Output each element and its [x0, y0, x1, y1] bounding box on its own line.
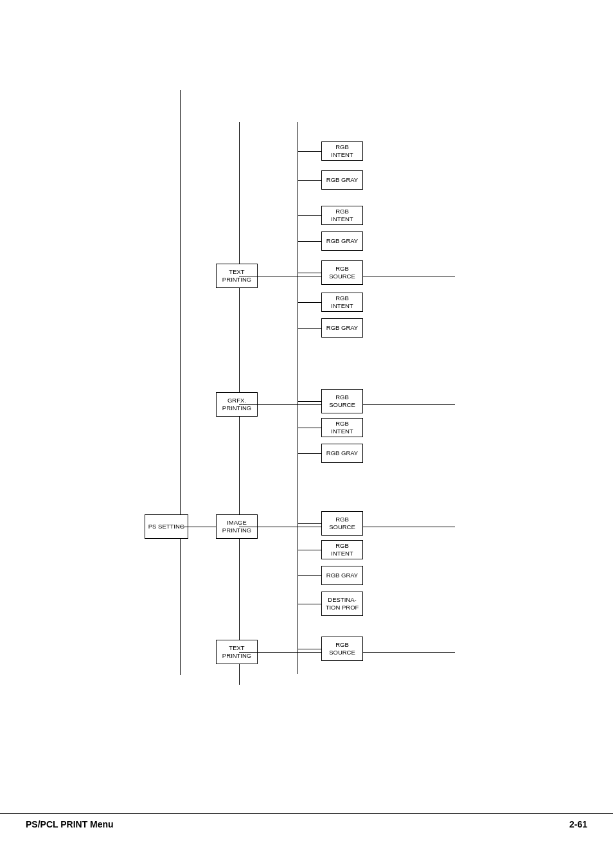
- h-line-rgb-gray-3: [298, 453, 321, 454]
- rgb-gray-2-box: RGB GRAY: [321, 318, 363, 338]
- rgb-gray-1-box: RGB GRAY: [321, 231, 363, 251]
- h-line-rgb-source-4: [298, 523, 321, 524]
- h-line-rgb-source-3: [298, 401, 321, 402]
- h-line-rgb-source-1: [298, 273, 321, 273]
- rgb-source-4-box: RGBSOURCE: [321, 511, 363, 536]
- h-line-dest-prof: [298, 604, 321, 604]
- main-vertical-line: [180, 90, 181, 675]
- h-line-rgb-gray-1: [298, 241, 321, 242]
- h-line-rgb-source-5: [298, 649, 321, 649]
- rgb-source-3-box: RGBSOURCE: [321, 389, 363, 413]
- rgb-intent-3-box: RGB INTENT: [321, 418, 363, 437]
- footer-right-text: 2-61: [569, 819, 587, 829]
- h-line-rgb-intent-top: [298, 151, 321, 152]
- rgb-intent-top-box: RGB INTENT: [321, 141, 363, 161]
- top-vline: [298, 141, 298, 206]
- rgb-source-5-box: RGBSOURCE: [321, 637, 363, 661]
- h-line-rgb-gray-top: [298, 180, 321, 181]
- diagram: PS SETTING TEXTPRINTING GRFX.PRINTING IM…: [0, 90, 613, 720]
- page-container: PS SETTING TEXTPRINTING GRFX.PRINTING IM…: [0, 0, 613, 868]
- rgb-source-1-box: RGBSOURCE: [321, 260, 363, 285]
- destination-prof-box: DESTINA-TION PROF: [321, 592, 363, 616]
- rgb-intent-2-box: RGB INTENT: [321, 293, 363, 312]
- h-line-rgb-intent-2: [298, 302, 321, 303]
- h-line-rgb-intent-4: [298, 550, 321, 550]
- rgb-intent-1-box: RGB INTENT: [321, 206, 363, 225]
- h-line-rgb-gray-4: [298, 575, 321, 576]
- h-line-rgb-intent-1: [298, 215, 321, 216]
- h-line-rgb-gray-2: [298, 328, 321, 329]
- rgb-gray-4-box: RGB GRAY: [321, 566, 363, 585]
- footer: PS/PCL PRINT Menu 2-61: [0, 813, 613, 829]
- rgb-gray-3-box: RGB GRAY: [321, 444, 363, 463]
- rgb-intent-4-box: RGB INTENT: [321, 540, 363, 559]
- footer-left-text: PS/PCL PRINT Menu: [26, 819, 114, 829]
- rgb-gray-top-box: RGB GRAY: [321, 170, 363, 190]
- h-line-rgb-intent-3: [298, 428, 321, 428]
